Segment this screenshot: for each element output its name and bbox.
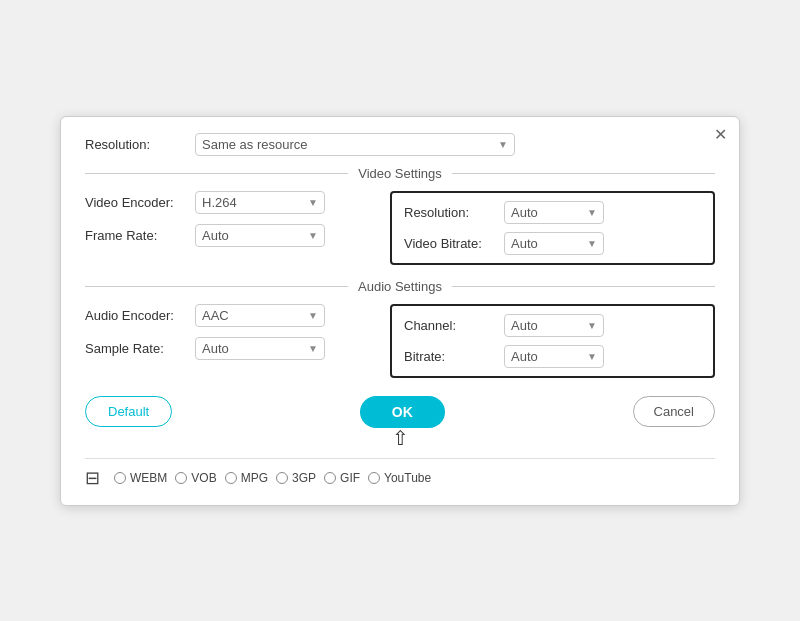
format-3gp-label: 3GP <box>292 471 316 485</box>
buttons-row: Default OK Cancel ⇧ <box>85 396 715 428</box>
divider-line-right <box>452 173 715 174</box>
frame-rate-row: Frame Rate: Auto ▼ <box>85 224 382 247</box>
audio-encoder-chevron: ▼ <box>308 310 318 321</box>
video-bitrate-chevron: ▼ <box>587 238 597 249</box>
video-bitrate-label: Video Bitrate: <box>404 236 504 251</box>
format-gif[interactable]: GIF <box>324 471 360 485</box>
video-encoder-select[interactable]: H.264 ▼ <box>195 191 325 214</box>
audio-right-col: Channel: Auto ▼ Bitrate: Auto ▼ <box>390 304 715 378</box>
channel-value: Auto <box>511 318 538 333</box>
video-resolution-chevron: ▼ <box>587 207 597 218</box>
ok-button[interactable]: OK <box>360 396 445 428</box>
channel-chevron: ▼ <box>587 320 597 331</box>
sample-rate-chevron: ▼ <box>308 343 318 354</box>
video-bitrate-select[interactable]: Auto ▼ <box>504 232 604 255</box>
video-resolution-label: Resolution: <box>404 205 504 220</box>
audio-divider-line-left <box>85 286 348 287</box>
video-resolution-value: Auto <box>511 205 538 220</box>
sample-rate-value: Auto <box>202 341 229 356</box>
format-youtube[interactable]: YouTube <box>368 471 431 485</box>
video-bitrate-value: Auto <box>511 236 538 251</box>
radio-youtube <box>368 472 380 484</box>
audio-bitrate-row: Bitrate: Auto ▼ <box>404 345 701 368</box>
audio-bitrate-label: Bitrate: <box>404 349 504 364</box>
frame-rate-value: Auto <box>202 228 229 243</box>
format-webm-label: WEBM <box>130 471 167 485</box>
frame-rate-label: Frame Rate: <box>85 228 195 243</box>
resolution-top-label: Resolution: <box>85 137 195 152</box>
format-vob[interactable]: VOB <box>175 471 216 485</box>
channel-row: Channel: Auto ▼ <box>404 314 701 337</box>
video-encoder-row: Video Encoder: H.264 ▼ <box>85 191 382 214</box>
audio-settings-columns: Audio Encoder: AAC ▼ Sample Rate: Auto ▼… <box>85 304 715 378</box>
format-bar: ⊟ WEBM VOB MPG 3GP GIF YouTube <box>85 458 715 493</box>
radio-vob <box>175 472 187 484</box>
sample-rate-select[interactable]: Auto ▼ <box>195 337 325 360</box>
audio-encoder-row: Audio Encoder: AAC ▼ <box>85 304 382 327</box>
channel-label: Channel: <box>404 318 504 333</box>
format-gif-label: GIF <box>340 471 360 485</box>
format-mpg[interactable]: MPG <box>225 471 268 485</box>
divider-line-left <box>85 173 348 174</box>
format-icon: ⊟ <box>85 467 100 489</box>
audio-left-col: Audio Encoder: AAC ▼ Sample Rate: Auto ▼ <box>85 304 382 378</box>
cancel-button[interactable]: Cancel <box>633 396 715 427</box>
video-encoder-value: H.264 <box>202 195 237 210</box>
format-webm[interactable]: WEBM <box>114 471 167 485</box>
radio-gif <box>324 472 336 484</box>
audio-bitrate-value: Auto <box>511 349 538 364</box>
resolution-row: Resolution: Same as resource ▼ <box>85 133 715 156</box>
audio-settings-divider: Audio Settings <box>85 279 715 294</box>
radio-3gp <box>276 472 288 484</box>
video-bitrate-row: Video Bitrate: Auto ▼ <box>404 232 701 255</box>
radio-mpg <box>225 472 237 484</box>
audio-settings-title: Audio Settings <box>348 279 452 294</box>
video-settings-title: Video Settings <box>348 166 452 181</box>
format-youtube-label: YouTube <box>384 471 431 485</box>
settings-dialog: ✕ Resolution: Same as resource ▼ Video S… <box>60 116 740 506</box>
audio-encoder-label: Audio Encoder: <box>85 308 195 323</box>
format-vob-label: VOB <box>191 471 216 485</box>
format-mpg-label: MPG <box>241 471 268 485</box>
close-button[interactable]: ✕ <box>714 127 727 143</box>
resolution-top-select[interactable]: Same as resource ▼ <box>195 133 515 156</box>
audio-encoder-value: AAC <box>202 308 229 323</box>
frame-rate-select[interactable]: Auto ▼ <box>195 224 325 247</box>
default-button[interactable]: Default <box>85 396 172 427</box>
arrow-up-icon: ⇧ <box>392 426 409 450</box>
video-left-col: Video Encoder: H.264 ▼ Frame Rate: Auto … <box>85 191 382 265</box>
frame-rate-chevron: ▼ <box>308 230 318 241</box>
video-settings-columns: Video Encoder: H.264 ▼ Frame Rate: Auto … <box>85 191 715 265</box>
audio-encoder-select[interactable]: AAC ▼ <box>195 304 325 327</box>
sample-rate-label: Sample Rate: <box>85 341 195 356</box>
video-encoder-chevron: ▼ <box>308 197 318 208</box>
channel-select[interactable]: Auto ▼ <box>504 314 604 337</box>
audio-divider-line-right <box>452 286 715 287</box>
audio-bitrate-chevron: ▼ <box>587 351 597 362</box>
resolution-top-chevron: ▼ <box>498 139 508 150</box>
format-3gp[interactable]: 3GP <box>276 471 316 485</box>
sample-rate-row: Sample Rate: Auto ▼ <box>85 337 382 360</box>
resolution-top-value: Same as resource <box>202 137 308 152</box>
video-resolution-row: Resolution: Auto ▼ <box>404 201 701 224</box>
audio-bitrate-select[interactable]: Auto ▼ <box>504 345 604 368</box>
video-resolution-select[interactable]: Auto ▼ <box>504 201 604 224</box>
video-encoder-label: Video Encoder: <box>85 195 195 210</box>
video-right-col: Resolution: Auto ▼ Video Bitrate: Auto ▼ <box>390 191 715 265</box>
radio-webm <box>114 472 126 484</box>
video-settings-divider: Video Settings <box>85 166 715 181</box>
